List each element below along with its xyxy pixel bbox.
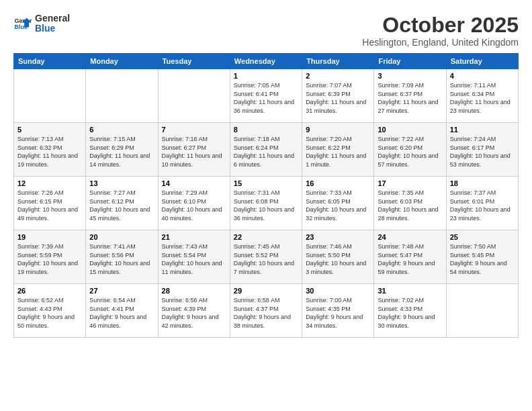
logo: General Blue General Blue bbox=[13, 13, 70, 34]
day-number: 2 bbox=[306, 72, 370, 80]
table-row: 19Sunrise: 7:39 AM Sunset: 5:59 PM Dayli… bbox=[14, 230, 86, 284]
day-info: Sunrise: 7:43 AM Sunset: 5:54 PM Dayligh… bbox=[162, 242, 226, 276]
table-row: 31Sunrise: 7:02 AM Sunset: 4:33 PM Dayli… bbox=[374, 284, 446, 338]
header-monday: Monday bbox=[86, 54, 158, 69]
day-info: Sunrise: 7:35 AM Sunset: 6:03 PM Dayligh… bbox=[378, 189, 442, 222]
day-info: Sunrise: 7:05 AM Sunset: 6:41 PM Dayligh… bbox=[234, 81, 298, 115]
day-info: Sunrise: 6:52 AM Sunset: 4:43 PM Dayligh… bbox=[17, 296, 82, 330]
day-number: 10 bbox=[378, 126, 442, 134]
table-row: 6Sunrise: 7:15 AM Sunset: 6:29 PM Daylig… bbox=[86, 123, 158, 177]
title-section: October 2025 Heslington, England, United… bbox=[362, 13, 519, 48]
table-row: 5Sunrise: 7:13 AM Sunset: 6:32 PM Daylig… bbox=[14, 123, 86, 177]
table-row: 26Sunrise: 6:52 AM Sunset: 4:43 PM Dayli… bbox=[14, 284, 86, 338]
day-info: Sunrise: 7:50 AM Sunset: 5:45 PM Dayligh… bbox=[450, 242, 515, 276]
table-row: 20Sunrise: 7:41 AM Sunset: 5:56 PM Dayli… bbox=[86, 230, 158, 284]
calendar-week-row: 19Sunrise: 7:39 AM Sunset: 5:59 PM Dayli… bbox=[14, 230, 519, 284]
day-number: 30 bbox=[306, 287, 370, 295]
month-title: October 2025 bbox=[362, 13, 519, 37]
day-number: 18 bbox=[450, 179, 515, 187]
day-info: Sunrise: 7:27 AM Sunset: 6:12 PM Dayligh… bbox=[89, 189, 154, 222]
day-info: Sunrise: 7:41 AM Sunset: 5:56 PM Dayligh… bbox=[89, 242, 154, 276]
table-row: 25Sunrise: 7:50 AM Sunset: 5:45 PM Dayli… bbox=[446, 230, 518, 284]
day-info: Sunrise: 7:13 AM Sunset: 6:32 PM Dayligh… bbox=[17, 135, 82, 169]
table-row: 16Sunrise: 7:33 AM Sunset: 6:05 PM Dayli… bbox=[302, 177, 374, 230]
day-number: 12 bbox=[17, 179, 82, 187]
day-number: 19 bbox=[17, 233, 82, 241]
day-info: Sunrise: 7:02 AM Sunset: 4:33 PM Dayligh… bbox=[378, 296, 442, 330]
calendar-week-row: 12Sunrise: 7:26 AM Sunset: 6:15 PM Dayli… bbox=[14, 177, 519, 230]
day-info: Sunrise: 6:58 AM Sunset: 4:37 PM Dayligh… bbox=[234, 296, 298, 330]
table-row: 1Sunrise: 7:05 AM Sunset: 6:41 PM Daylig… bbox=[230, 69, 302, 123]
day-info: Sunrise: 7:11 AM Sunset: 6:34 PM Dayligh… bbox=[450, 81, 515, 115]
day-number: 24 bbox=[378, 233, 442, 241]
day-info: Sunrise: 6:54 AM Sunset: 4:41 PM Dayligh… bbox=[89, 296, 154, 330]
table-row: 15Sunrise: 7:31 AM Sunset: 6:08 PM Dayli… bbox=[230, 177, 302, 230]
day-info: Sunrise: 7:00 AM Sunset: 4:35 PM Dayligh… bbox=[306, 296, 370, 330]
location: Heslington, England, United Kingdom bbox=[362, 37, 519, 48]
day-info: Sunrise: 7:31 AM Sunset: 6:08 PM Dayligh… bbox=[234, 189, 298, 222]
day-info: Sunrise: 7:48 AM Sunset: 5:47 PM Dayligh… bbox=[378, 242, 442, 276]
table-row: 30Sunrise: 7:00 AM Sunset: 4:35 PM Dayli… bbox=[302, 284, 374, 338]
day-number: 8 bbox=[234, 126, 298, 134]
table-row: 7Sunrise: 7:16 AM Sunset: 6:27 PM Daylig… bbox=[158, 123, 230, 177]
calendar-week-row: 26Sunrise: 6:52 AM Sunset: 4:43 PM Dayli… bbox=[14, 284, 519, 338]
day-info: Sunrise: 7:15 AM Sunset: 6:29 PM Dayligh… bbox=[89, 135, 154, 169]
day-number: 28 bbox=[162, 287, 226, 295]
table-row: 28Sunrise: 6:56 AM Sunset: 4:39 PM Dayli… bbox=[158, 284, 230, 338]
day-info: Sunrise: 7:29 AM Sunset: 6:10 PM Dayligh… bbox=[162, 189, 226, 222]
table-row: 27Sunrise: 6:54 AM Sunset: 4:41 PM Dayli… bbox=[86, 284, 158, 338]
day-info: Sunrise: 7:24 AM Sunset: 6:17 PM Dayligh… bbox=[450, 135, 515, 169]
day-info: Sunrise: 7:16 AM Sunset: 6:27 PM Dayligh… bbox=[162, 135, 226, 169]
header-saturday: Saturday bbox=[446, 54, 518, 69]
table-row bbox=[446, 284, 518, 338]
table-row bbox=[14, 69, 86, 123]
day-info: Sunrise: 7:07 AM Sunset: 6:39 PM Dayligh… bbox=[306, 81, 370, 115]
table-row: 9Sunrise: 7:20 AM Sunset: 6:22 PM Daylig… bbox=[302, 123, 374, 177]
day-number: 20 bbox=[89, 233, 154, 241]
header-tuesday: Tuesday bbox=[158, 54, 230, 69]
table-row: 21Sunrise: 7:43 AM Sunset: 5:54 PM Dayli… bbox=[158, 230, 230, 284]
day-number: 31 bbox=[378, 287, 442, 295]
day-info: Sunrise: 7:45 AM Sunset: 5:52 PM Dayligh… bbox=[234, 242, 298, 276]
table-row: 10Sunrise: 7:22 AM Sunset: 6:20 PM Dayli… bbox=[374, 123, 446, 177]
header: General Blue General Blue October 2025 H… bbox=[13, 13, 519, 48]
logo-icon: General Blue bbox=[13, 14, 32, 33]
day-number: 3 bbox=[378, 72, 442, 80]
table-row: 12Sunrise: 7:26 AM Sunset: 6:15 PM Dayli… bbox=[14, 177, 86, 230]
header-wednesday: Wednesday bbox=[230, 54, 302, 69]
table-row: 22Sunrise: 7:45 AM Sunset: 5:52 PM Dayli… bbox=[230, 230, 302, 284]
table-row: 2Sunrise: 7:07 AM Sunset: 6:39 PM Daylig… bbox=[302, 69, 374, 123]
calendar-week-row: 1Sunrise: 7:05 AM Sunset: 6:41 PM Daylig… bbox=[14, 69, 519, 123]
day-info: Sunrise: 7:09 AM Sunset: 6:37 PM Dayligh… bbox=[378, 81, 442, 115]
header-thursday: Thursday bbox=[302, 54, 374, 69]
calendar-table: Sunday Monday Tuesday Wednesday Thursday… bbox=[13, 53, 519, 338]
day-number: 4 bbox=[450, 72, 515, 80]
day-number: 26 bbox=[17, 287, 82, 295]
day-number: 23 bbox=[306, 233, 370, 241]
header-friday: Friday bbox=[374, 54, 446, 69]
day-number: 7 bbox=[162, 126, 226, 134]
day-number: 1 bbox=[234, 72, 298, 80]
table-row: 13Sunrise: 7:27 AM Sunset: 6:12 PM Dayli… bbox=[86, 177, 158, 230]
table-row: 11Sunrise: 7:24 AM Sunset: 6:17 PM Dayli… bbox=[446, 123, 518, 177]
table-row: 24Sunrise: 7:48 AM Sunset: 5:47 PM Dayli… bbox=[374, 230, 446, 284]
table-row: 14Sunrise: 7:29 AM Sunset: 6:10 PM Dayli… bbox=[158, 177, 230, 230]
table-row: 17Sunrise: 7:35 AM Sunset: 6:03 PM Dayli… bbox=[374, 177, 446, 230]
table-row: 3Sunrise: 7:09 AM Sunset: 6:37 PM Daylig… bbox=[374, 69, 446, 123]
day-info: Sunrise: 7:18 AM Sunset: 6:24 PM Dayligh… bbox=[234, 135, 298, 169]
table-row bbox=[158, 69, 230, 123]
calendar-header-row: Sunday Monday Tuesday Wednesday Thursday… bbox=[14, 54, 519, 69]
day-info: Sunrise: 7:39 AM Sunset: 5:59 PM Dayligh… bbox=[17, 242, 82, 276]
day-number: 22 bbox=[234, 233, 298, 241]
calendar-week-row: 5Sunrise: 7:13 AM Sunset: 6:32 PM Daylig… bbox=[14, 123, 519, 177]
table-row: 18Sunrise: 7:37 AM Sunset: 6:01 PM Dayli… bbox=[446, 177, 518, 230]
table-row: 23Sunrise: 7:46 AM Sunset: 5:50 PM Dayli… bbox=[302, 230, 374, 284]
day-info: Sunrise: 7:33 AM Sunset: 6:05 PM Dayligh… bbox=[306, 189, 370, 222]
logo-text-blue: Blue bbox=[35, 24, 70, 34]
day-info: Sunrise: 6:56 AM Sunset: 4:39 PM Dayligh… bbox=[162, 296, 226, 330]
table-row: 29Sunrise: 6:58 AM Sunset: 4:37 PM Dayli… bbox=[230, 284, 302, 338]
day-number: 15 bbox=[234, 179, 298, 187]
svg-text:General: General bbox=[14, 17, 32, 24]
day-number: 6 bbox=[89, 126, 154, 134]
logo-text-general: General bbox=[35, 13, 70, 24]
